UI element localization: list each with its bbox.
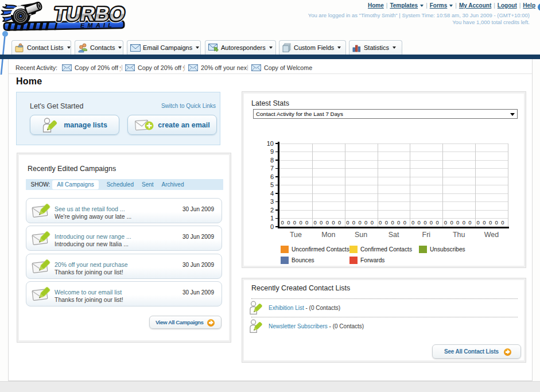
svg-text:TURBO: TURBO: [52, 3, 127, 25]
